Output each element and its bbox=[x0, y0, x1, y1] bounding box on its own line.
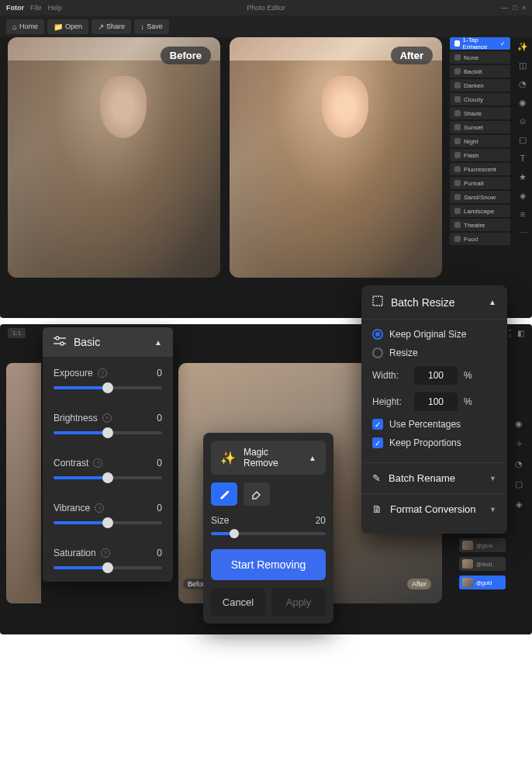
apply-button[interactable]: Apply bbox=[271, 588, 326, 616]
mini-after-label: After bbox=[407, 579, 431, 589]
format-conversion-header[interactable]: 🗎 Format Conversion ▼ bbox=[361, 493, 507, 524]
caret-up-icon: ▲ bbox=[489, 298, 496, 306]
home-button[interactable]: ⌂Home bbox=[6, 19, 44, 34]
layers-icon[interactable]: ≡ bbox=[517, 209, 528, 220]
keep-proportions-checkbox[interactable]: ✓ Keep Proportions bbox=[372, 437, 496, 448]
effects-icon[interactable]: ◉ bbox=[517, 98, 528, 109]
photo-strip-left bbox=[6, 363, 41, 603]
preset-sunset[interactable]: Sunset bbox=[450, 121, 510, 133]
elements-icon[interactable]: ◈ bbox=[517, 191, 528, 202]
window-controls: — □ × bbox=[501, 4, 526, 12]
use-percentages-checkbox[interactable]: ✓ Use Percentages bbox=[372, 419, 496, 430]
right-icon-rail: ✨ ◫ ◔ ◉ ☺ ▢ T ★ ◈ ≡ ⋯ bbox=[513, 37, 532, 239]
size-slider[interactable] bbox=[211, 532, 326, 535]
enhance-icon[interactable]: ✨ bbox=[517, 42, 528, 53]
size-value: 20 bbox=[316, 515, 326, 526]
batch-rename-header[interactable]: ✎ Batch Rename ▼ bbox=[361, 462, 507, 493]
slider-thumb[interactable] bbox=[230, 529, 239, 538]
canvas-compare: Before After bbox=[8, 37, 442, 278]
contrast-slider[interactable] bbox=[54, 476, 162, 479]
resize-radio[interactable]: Resize bbox=[372, 347, 496, 358]
eraser-tool-button[interactable] bbox=[244, 482, 270, 506]
preset-darken[interactable]: Darken bbox=[450, 79, 510, 92]
preset-swatch-icon bbox=[454, 96, 461, 102]
folder-icon: 📁 bbox=[54, 22, 63, 31]
vibrance-label: Vibrance bbox=[54, 503, 90, 513]
beauty-icon[interactable]: ☺ bbox=[517, 116, 528, 127]
caret-up-icon: ▲ bbox=[154, 338, 162, 347]
close-icon[interactable]: × bbox=[522, 4, 526, 12]
preset-food[interactable]: Food bbox=[450, 233, 510, 245]
magic-panel-header[interactable]: ✨ Magic Remove ▲ bbox=[211, 441, 326, 475]
thumbnail-item[interactable]: @dust bbox=[459, 557, 506, 571]
tool-icon-d[interactable]: ▢ bbox=[513, 479, 524, 490]
preset-backlit[interactable]: Backlit bbox=[450, 65, 510, 78]
file-icon: 🗎 bbox=[372, 503, 382, 515]
brightness-slider[interactable] bbox=[54, 431, 162, 434]
thumb-swatch bbox=[462, 541, 473, 550]
slider-thumb[interactable] bbox=[102, 382, 113, 393]
info-icon[interactable]: ? bbox=[93, 458, 102, 468]
slider-thumb[interactable] bbox=[102, 562, 113, 573]
preset-1-tap-enhance[interactable]: 1-Tap Enhance✓ bbox=[450, 37, 510, 50]
action-row: Cancel Apply bbox=[211, 588, 326, 616]
thumbnail-item[interactable]: @glow bbox=[459, 538, 506, 552]
tool-icon-a[interactable]: ◉ bbox=[513, 419, 524, 430]
basic-panel-header[interactable]: Basic ▲ bbox=[43, 327, 173, 357]
preset-swatch-icon bbox=[454, 54, 461, 60]
saturation-slider[interactable] bbox=[54, 566, 162, 569]
preset-cloudy[interactable]: Cloudy bbox=[450, 93, 510, 105]
maximize-icon[interactable]: □ bbox=[513, 4, 516, 12]
keep-original-radio[interactable]: Keep Original Size bbox=[372, 329, 496, 340]
text-icon[interactable]: T bbox=[517, 154, 528, 164]
batch-panel: Batch Resize ▲ Keep Original Size Resize… bbox=[361, 285, 507, 534]
aspect-badge[interactable]: 1:1 bbox=[8, 328, 26, 338]
height-input[interactable]: 100 bbox=[414, 392, 458, 411]
preset-fluorescent[interactable]: Fluorescent bbox=[450, 163, 510, 175]
preset-shade[interactable]: Shade bbox=[450, 107, 510, 119]
start-removing-button[interactable]: Start Removing bbox=[211, 549, 326, 580]
svg-rect-4 bbox=[373, 296, 382, 306]
top-toolbar: ⌂Home 📁Open ↗Share ↓Save bbox=[0, 16, 532, 37]
cancel-button[interactable]: Cancel bbox=[211, 588, 265, 616]
batch-resize-header[interactable]: Batch Resize ▲ bbox=[361, 285, 507, 320]
adjust-icon[interactable]: ◔ bbox=[517, 79, 528, 90]
stickers-icon[interactable]: ★ bbox=[517, 172, 528, 183]
save-button[interactable]: ↓Save bbox=[134, 19, 169, 34]
thumbnail-item[interactable]: @gold bbox=[459, 576, 506, 589]
preset-portrait[interactable]: Portrait bbox=[450, 177, 510, 189]
preset-sand-snow[interactable]: Sand/Snow bbox=[450, 191, 510, 203]
open-button[interactable]: 📁Open bbox=[47, 19, 88, 34]
slider-thumb[interactable] bbox=[102, 517, 113, 528]
crop-icon[interactable]: ◫ bbox=[517, 60, 528, 71]
share-button[interactable]: ↗Share bbox=[92, 19, 131, 34]
slider-thumb[interactable] bbox=[102, 472, 113, 483]
minimize-icon[interactable]: — bbox=[501, 4, 508, 12]
home-icon: ⌂ bbox=[12, 22, 17, 31]
preset-none[interactable]: None bbox=[450, 51, 510, 64]
tool-icon-e[interactable]: ◈ bbox=[513, 499, 524, 510]
vibrance-slider[interactable] bbox=[54, 521, 162, 524]
info-icon[interactable]: ? bbox=[101, 548, 110, 558]
frames-icon[interactable]: ▢ bbox=[517, 135, 528, 146]
info-icon[interactable]: ? bbox=[102, 413, 112, 423]
preset-night[interactable]: Night bbox=[450, 135, 510, 147]
slider-thumb[interactable] bbox=[102, 427, 113, 438]
pct-label: % bbox=[464, 396, 472, 407]
info-icon[interactable]: ? bbox=[95, 503, 104, 513]
info-icon[interactable]: ? bbox=[98, 368, 107, 378]
brush-tool-button[interactable] bbox=[211, 482, 237, 506]
preset-theatre[interactable]: Theatre bbox=[450, 219, 510, 231]
more-icon[interactable]: ⋯ bbox=[517, 228, 528, 239]
tool-icon-b[interactable]: ✧ bbox=[513, 439, 524, 450]
height-label: Height: bbox=[372, 396, 408, 407]
preset-flash[interactable]: Flash bbox=[450, 149, 510, 161]
preset-landscape[interactable]: Landscape bbox=[450, 205, 510, 217]
menu-file[interactable]: File bbox=[30, 4, 42, 12]
tool-icon-c[interactable]: ◔ bbox=[513, 459, 524, 470]
exposure-slider[interactable] bbox=[54, 386, 162, 389]
width-input[interactable]: 100 bbox=[414, 366, 458, 385]
preset-swatch-icon bbox=[454, 208, 461, 214]
compare-icon[interactable]: ◧ bbox=[517, 329, 524, 337]
menu-help[interactable]: Help bbox=[48, 4, 63, 12]
